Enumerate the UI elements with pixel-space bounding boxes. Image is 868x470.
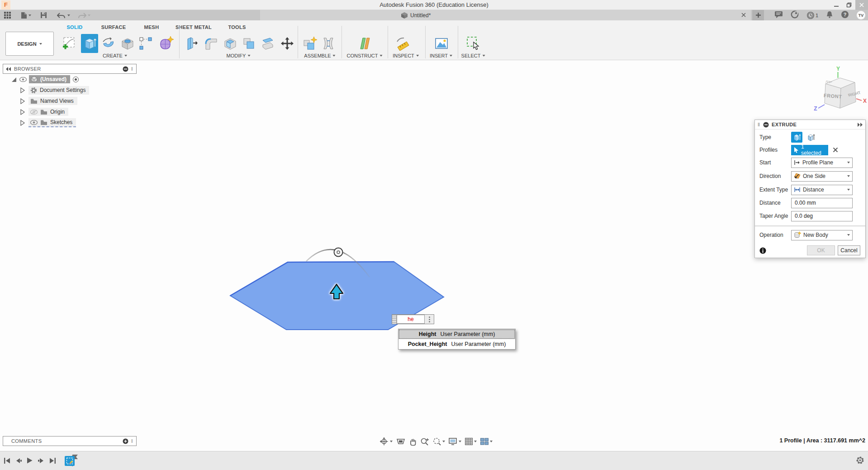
new-body-icon [794,231,801,239]
comments-header[interactable]: COMMENTS ‖ [3,436,137,446]
dialog-separator [755,225,865,226]
distance-row: Distance [755,197,865,208]
browser-header[interactable]: BROWSER ‖ [3,64,137,74]
visibility-off-eye-icon[interactable] [30,110,38,115]
direction-dropdown[interactable]: One Side [791,171,853,182]
rotate-manipulator-handle[interactable] [334,248,343,257]
profile-plane-icon [794,160,800,165]
cursor-icon [794,147,799,153]
dimension-options-button[interactable] [425,315,434,324]
extrude-dialog: ‖ EXTRUDE Type Profiles 1 selected Start [754,120,866,258]
expand-arrow-icon[interactable] [20,98,25,104]
type-thin-extrude-icon [807,133,815,142]
display-settings-icon [448,437,458,446]
browser-panel: BROWSER ‖ (Unsaved) Document Settings [3,64,137,128]
browser-row-document-settings[interactable]: Document Settings [3,85,137,96]
visibility-eye-icon[interactable] [19,77,27,82]
panel-grip[interactable]: ‖ [131,67,133,72]
dialog-footer: OK Cancel [755,245,865,256]
distance-input[interactable] [791,198,853,208]
component-cube-icon [31,76,38,82]
browser-title: BROWSER [14,66,41,72]
start-dropdown[interactable]: Profile Plane [791,158,853,168]
add-comment-icon[interactable] [123,438,128,444]
taper-angle-input[interactable] [791,211,853,221]
distance-extent-icon [794,187,801,192]
panel-grip[interactable]: ‖ [131,439,133,444]
fit-icon [432,437,441,446]
activate-component-radio[interactable] [73,77,79,82]
zoom-icon [420,437,429,446]
comments-title: COMMENTS [11,438,42,444]
clear-selection-icon[interactable] [833,147,838,153]
look-at-icon [396,437,406,446]
dimension-input-widget [392,314,434,324]
expand-collapse-icon[interactable] [11,77,17,82]
collapse-dialog-icon[interactable] [763,122,769,128]
dimension-expression-input[interactable] [397,315,425,324]
comments-panel: COMMENTS ‖ [3,436,137,446]
taper-angle-row: Taper Angle [755,211,865,221]
cancel-button[interactable]: Cancel [838,245,860,255]
expand-arrow-icon[interactable] [20,87,25,93]
browser-row-sketches[interactable]: Sketches [3,117,137,128]
look-at-button[interactable] [396,437,406,446]
operation-row: Operation New Body [755,230,865,240]
orbit-button[interactable] [379,437,393,446]
viewports-icon [480,437,489,446]
browser-tree: (Unsaved) Document Settings Named Views [3,74,137,128]
profiles-selection-button[interactable]: 1 selected [791,145,828,155]
profiles-row: Profiles 1 selected [755,144,865,155]
axis-z-label: Z [814,106,817,112]
start-row: Start Profile Plane [755,157,865,168]
type-thin-extrude-button[interactable] [805,132,816,143]
folder-icon [40,109,47,115]
autocomplete-item-pocket-height[interactable]: Pocket_Height User Parameter (mm) [398,339,515,349]
type-row: Type [755,132,865,143]
fusion360-window: F Autodesk Fusion 360 (Education License… [0,0,868,470]
autocomplete-item-height[interactable]: Height User Parameter (mm) [398,329,515,339]
fit-button[interactable] [432,437,445,446]
pan-button[interactable] [409,437,417,446]
dialog-grip[interactable]: ‖ [758,122,760,127]
root-document-label: (Unsaved) [40,76,66,82]
remove-panel-icon[interactable] [123,66,128,72]
display-settings-button[interactable] [448,437,461,446]
browser-root-row[interactable]: (Unsaved) [3,74,137,85]
operation-dropdown[interactable]: New Body [791,230,853,240]
orbit-icon [379,437,389,446]
dimension-widget-handle[interactable] [392,315,397,324]
grid-icon [465,437,473,446]
parameter-autocomplete-dropdown: Height User Parameter (mm) Pocket_Height… [398,329,516,350]
expand-dialog-icon[interactable] [857,123,863,127]
visibility-eye-icon[interactable] [30,120,38,125]
browser-row-origin[interactable]: Origin [3,106,137,117]
viewports-button[interactable] [480,437,493,446]
extent-type-row: Extent Type Distance [755,184,865,195]
axis-x-label: X [863,98,867,104]
view-cube[interactable]: Y TOP FRONT RIGHT X Z [812,63,868,120]
info-icon[interactable] [759,247,766,254]
direction-row: Direction One Side [755,171,865,182]
folder-icon [30,98,38,104]
ok-button[interactable]: OK [807,245,835,255]
zoom-button[interactable] [420,437,429,446]
one-side-icon [794,173,801,179]
folder-icon [40,120,47,125]
extent-type-dropdown[interactable]: Distance [791,185,853,195]
collapse-panel-icon [6,67,11,71]
selection-status-text: 1 Profile | Area : 3117.691 mm^2 [779,437,865,444]
extrude-dialog-header[interactable]: ‖ EXTRUDE [755,120,865,129]
dialog-title: EXTRUDE [772,122,797,127]
type-extrude-icon [793,133,801,142]
browser-row-named-views[interactable]: Named Views [3,96,137,106]
settings-gear-icon [30,87,37,94]
type-extrude-button[interactable] [791,132,802,143]
grid-settings-button[interactable] [465,437,477,446]
navigation-bar [379,436,493,447]
pan-hand-icon [409,437,417,446]
expand-arrow-icon[interactable] [20,109,25,115]
axis-y-label: Y [836,66,840,72]
expand-arrow-icon[interactable] [20,120,25,126]
